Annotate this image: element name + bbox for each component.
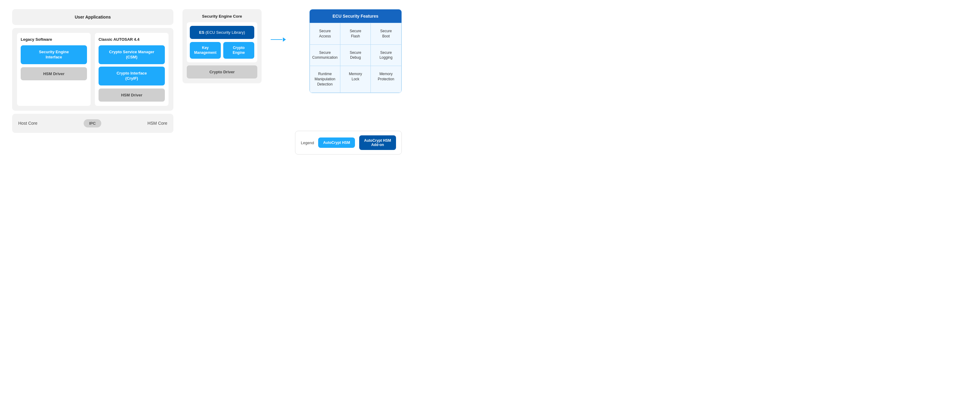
ecu-section: ECU Security Features SecureAccess Secur…	[309, 9, 402, 125]
es-label: ES	[199, 30, 204, 35]
crypto-driver-box: Crypto Driver	[187, 65, 257, 78]
legend-box: Legend AutoCrypt HSM AutoCrypt HSMAdd-on	[295, 131, 402, 154]
hsm-core-label: HSM Core	[148, 121, 167, 126]
middle-outer: Legacy Software Security EngineInterface…	[12, 28, 173, 111]
ecu-cell-secure-debug: SecureDebug	[340, 45, 371, 66]
ipc-badge: IPC	[84, 119, 101, 127]
arrow-section	[271, 9, 286, 43]
key-crypto-row: KeyManagement CryptoEngine	[190, 42, 254, 59]
left-section: User Applications Legacy Software Securi…	[12, 9, 173, 133]
ecu-header: ECU Security Features	[310, 10, 401, 23]
host-core-label: Host Core	[18, 121, 37, 126]
right-col: ECU Security Features SecureAccess Secur…	[295, 9, 402, 154]
arrow-right-icon	[271, 37, 286, 43]
ecu-cell-secure-communication: SecureCommunication	[310, 45, 340, 66]
sec-engine-core-title: Security Engine Core	[187, 14, 257, 19]
ecu-grid: SecureAccess SecureFlash SecureBoot Secu…	[310, 23, 401, 93]
host-core-bar: Host Core IPC HSM Core	[12, 114, 173, 133]
main-layout: User Applications Legacy Software Securi…	[12, 9, 478, 154]
sec-engine-inner: ES (ECU Security Library) KeyManagement …	[187, 22, 257, 62]
ecu-outer: ECU Security Features SecureAccess Secur…	[309, 9, 402, 93]
classic-autosar-title: Classic AUTOSAR 4.4	[99, 37, 165, 42]
user-applications-label: User Applications	[75, 14, 111, 19]
hsm-driver-box-right: HSM Driver	[99, 89, 165, 102]
ecu-cell-memory-lock: MemoryLock	[340, 66, 371, 92]
es-sublabel: (ECU Security Library)	[204, 30, 245, 35]
sec-engine-section: Security Engine Core ES (ECU Security Li…	[183, 9, 262, 83]
cryif-btn: Crypto Interface(CryIF)	[99, 67, 165, 86]
ecu-cell-secure-access: SecureAccess	[310, 23, 340, 45]
legend-autocrypt-hsm-btn: AutoCrypt HSM	[318, 137, 355, 148]
legend-btn1-label: AutoCrypt HSM	[323, 140, 350, 145]
legend-label: Legend	[301, 140, 314, 145]
sec-engine-outer: Security Engine Core ES (ECU Security Li…	[183, 9, 262, 83]
ecu-cell-memory-protection: MemoryProtection	[371, 66, 401, 92]
ecu-cell-secure-logging: SecureLogging	[371, 45, 401, 66]
hsm-driver-box: HSM Driver	[21, 67, 87, 80]
classic-buttons: Crypto Service Manager(CSM) Crypto Inter…	[99, 45, 165, 86]
ecu-cell-runtime-manipulation: RuntimeManipulationDetection	[310, 66, 340, 92]
legacy-software-title: Legacy Software	[21, 37, 87, 42]
security-engine-interface-btn: Security EngineInterface	[21, 45, 87, 64]
classic-autosar-box: Classic AUTOSAR 4.4 Crypto Service Manag…	[95, 33, 169, 106]
es-bar: ES (ECU Security Library)	[190, 26, 254, 39]
ecu-cell-secure-flash: SecureFlash	[340, 23, 371, 45]
ecu-cell-secure-boot: SecureBoot	[371, 23, 401, 45]
crypto-engine-btn: CryptoEngine	[223, 42, 254, 59]
csm-btn: Crypto Service Manager(CSM)	[99, 45, 165, 64]
key-management-btn: KeyManagement	[190, 42, 221, 59]
legend-autocrypt-hsm-addon-btn: AutoCrypt HSMAdd-on	[359, 135, 396, 150]
user-applications-box: User Applications	[12, 9, 173, 25]
legacy-software-box: Legacy Software Security EngineInterface…	[17, 33, 91, 106]
